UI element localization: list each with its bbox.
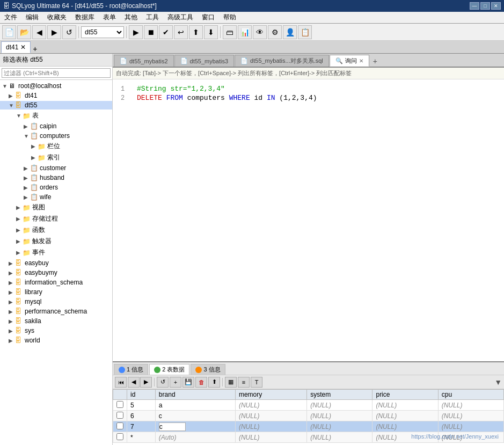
tb-view-button[interactable]: 👁	[253, 25, 267, 39]
tbl-grid-button[interactable]: ▦	[225, 377, 237, 388]
tree-toggle-easybuy[interactable]: ▶	[9, 260, 15, 266]
tree-item-information-schema[interactable]: ▶ 🗄 information_schema	[0, 278, 112, 287]
tbl-first-button[interactable]: ⏮	[115, 377, 127, 388]
tree-item-functions[interactable]: ▶ 📁 函数	[0, 224, 112, 236]
tree-item-root[interactable]: ▼ 🖥 root@localhost	[0, 81, 112, 91]
tb-table-button[interactable]: 📊	[238, 25, 252, 39]
tree-toggle-tables[interactable]: ▼	[16, 113, 23, 119]
tb-proc-button[interactable]: ⚙	[268, 25, 282, 39]
tbl-export-button[interactable]: ⬆	[208, 377, 220, 388]
tree-item-husband[interactable]: ▶ 📋 husband	[0, 173, 112, 183]
cell-brand-1[interactable]: a	[155, 400, 235, 411]
tree-item-easybuymy[interactable]: ▶ 🗄 easybuymy	[0, 268, 112, 278]
tree-toggle-functions[interactable]: ▶	[16, 227, 23, 233]
tree-toggle-wife[interactable]: ▶	[24, 194, 30, 200]
tree-item-events[interactable]: ▶ 📁 事件	[0, 247, 112, 258]
tree-toggle-computers[interactable]: ▼	[24, 133, 30, 139]
tb-commit-button[interactable]: ✔	[159, 25, 173, 39]
cell-brand-3[interactable]	[155, 421, 235, 432]
menu-favorites[interactable]: 收藏夹	[45, 12, 69, 23]
menu-table[interactable]: 表单	[101, 12, 118, 23]
tab-close-query[interactable]: ✕	[359, 58, 363, 64]
menu-database[interactable]: 数据库	[73, 12, 97, 23]
tree-item-library[interactable]: ▶ 🗄 library	[0, 287, 112, 297]
tree-toggle-customer[interactable]: ▶	[24, 165, 30, 171]
tb-new-button[interactable]: 📄	[2, 25, 16, 39]
cell-brand-2[interactable]: c	[155, 411, 235, 421]
tree-item-procedures[interactable]: ▶ 📁 存储过程	[0, 213, 112, 224]
tree-item-sys[interactable]: ▶ 🗄 sys	[0, 326, 112, 335]
tb-export-button[interactable]: ⬆	[189, 25, 203, 39]
tree-toggle-events[interactable]: ▶	[16, 250, 23, 256]
tbl-add-row-button[interactable]: +	[170, 377, 181, 388]
row-checkbox-2[interactable]	[116, 412, 123, 419]
row-checkbox-3[interactable]	[116, 422, 123, 429]
tree-toggle-columns[interactable]: ▶	[31, 143, 38, 149]
tree-toggle-views[interactable]: ▶	[16, 205, 23, 210]
tree-toggle-sakila[interactable]: ▶	[9, 318, 15, 324]
tree-item-world[interactable]: ▶ 🗄 world	[0, 335, 112, 345]
bottom-tab-tabledata[interactable]: 2 表数据	[149, 364, 189, 375]
tree-item-sakila[interactable]: ▶ 🗄 sakila	[0, 316, 112, 326]
tree-toggle-dt55[interactable]: ▼	[9, 103, 15, 108]
tbl-delete-button[interactable]: 🗑	[195, 377, 207, 388]
filter-icon[interactable]: ▼	[494, 378, 502, 386]
tree-toggle-husband[interactable]: ▶	[24, 175, 30, 181]
tab-query[interactable]: 🔍 询问 ✕	[330, 55, 369, 67]
menu-window[interactable]: 窗口	[200, 12, 217, 23]
tree-toggle-root[interactable]: ▼	[2, 83, 9, 89]
tree-item-computers[interactable]: ▼ 📋 computers	[0, 131, 112, 141]
tree-item-mysql[interactable]: ▶ 🗄 mysql	[0, 297, 112, 307]
tree-item-caipin[interactable]: ▶ 📋 caipin	[0, 121, 112, 131]
tb-import-button[interactable]: ⬇	[204, 25, 218, 39]
tree-item-dt41[interactable]: ▶ 🗄 dt41	[0, 91, 112, 100]
maximize-button[interactable]: □	[480, 2, 490, 10]
tb-forward-button[interactable]: ▶	[47, 25, 61, 39]
bottom-tab-info3[interactable]: 3 信息	[191, 364, 225, 375]
tree-toggle-dt41[interactable]: ▶	[9, 93, 15, 99]
table-row-selected[interactable]: 7 (NULL) (NULL) (NULL) (NULL)	[113, 421, 504, 432]
menu-edit[interactable]: 编辑	[24, 12, 41, 23]
tree-toggle-index[interactable]: ▶	[31, 155, 38, 161]
tb-stop-button[interactable]: ⏹	[144, 25, 158, 39]
tree-item-views[interactable]: ▶ 📁 视图	[0, 202, 112, 213]
db-tab-add-button[interactable]: +	[31, 45, 39, 53]
tree-item-customer[interactable]: ▶ 📋 customer	[0, 163, 112, 173]
tree-item-wife[interactable]: ▶ 📋 wife	[0, 192, 112, 202]
tree-toggle-easybuymy[interactable]: ▶	[9, 270, 15, 276]
database-selector[interactable]: dt55	[81, 26, 124, 38]
tab-add-button[interactable]: +	[370, 56, 381, 67]
tree-toggle-sys[interactable]: ▶	[9, 328, 15, 334]
tab-relationship[interactable]: 📄 dt55_mybatis...对多关系.sql	[235, 55, 329, 67]
menu-file[interactable]: 文件	[2, 12, 19, 23]
tree-item-performance-schema[interactable]: ▶ 🗄 performance_schema	[0, 307, 112, 316]
tab-mybatis3[interactable]: 📄 dt55_mybatis3	[174, 55, 235, 67]
tree-item-triggers[interactable]: ▶ 📁 触发器	[0, 236, 112, 247]
menu-tools[interactable]: 工具	[144, 12, 161, 23]
tb-refresh-button[interactable]: ↺	[62, 25, 76, 39]
tree-item-index[interactable]: ▶ 📁 索引	[0, 152, 112, 163]
tb-schema-button[interactable]: 🗃	[223, 25, 237, 39]
tree-item-easybuy[interactable]: ▶ 🗄 easybuy	[0, 258, 112, 268]
bottom-tab-info1[interactable]: 1 信息	[114, 364, 148, 375]
filter-input[interactable]	[2, 68, 111, 78]
tb-open-button[interactable]: 📂	[17, 25, 31, 39]
tbl-refresh-button[interactable]: ↺	[157, 377, 169, 388]
cell-brand-3-input[interactable]	[159, 422, 186, 431]
menu-other[interactable]: 其他	[122, 12, 140, 23]
tb-job-button[interactable]: 📋	[298, 25, 312, 39]
menu-advanced[interactable]: 高级工具	[165, 12, 195, 23]
code-editor[interactable]: 1 #String str="1,2,3,4" 2 DELETE FROM co…	[113, 79, 504, 361]
tree-toggle-mysql[interactable]: ▶	[9, 299, 15, 305]
close-button[interactable]: ✕	[491, 2, 501, 10]
tb-back-button[interactable]: ◀	[32, 25, 46, 39]
tree-toggle-performance-schema[interactable]: ▶	[9, 309, 15, 315]
tbl-list-button[interactable]: ≡	[238, 377, 250, 388]
tree-item-tables-folder[interactable]: ▼ 📁 表	[0, 110, 112, 121]
tb-rollback-button[interactable]: ↩	[174, 25, 188, 39]
tbl-text-button[interactable]: T	[251, 377, 262, 388]
db-tab-dt41[interactable]: dt41 ✕	[1, 41, 31, 53]
tbl-next-button[interactable]: ▶	[140, 377, 152, 388]
tb-execute-button[interactable]: ▶	[129, 25, 143, 39]
tbl-prev-button[interactable]: ◀	[128, 377, 140, 388]
